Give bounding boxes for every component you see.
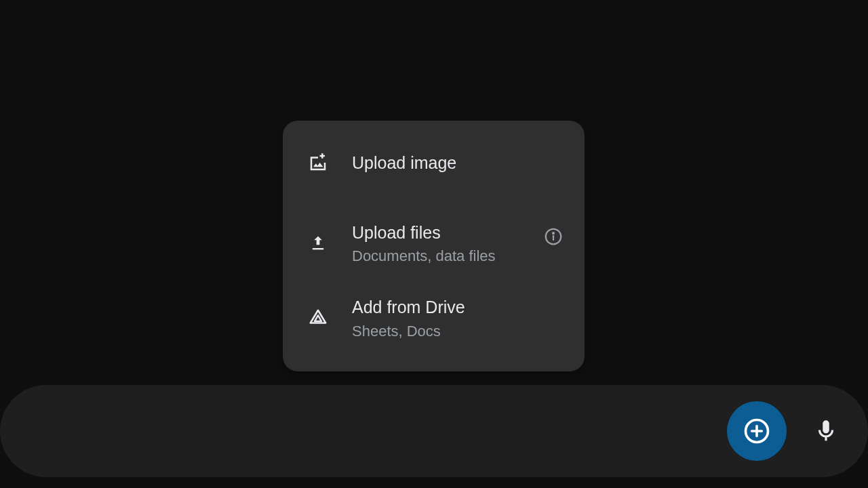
add-button[interactable]: [727, 401, 787, 461]
upload-menu-popup: Upload image Upload files Documents, dat…: [283, 121, 585, 371]
input-bar[interactable]: [0, 385, 868, 477]
info-icon[interactable]: [542, 226, 564, 247]
svg-point-2: [553, 232, 554, 234]
upload-image-item[interactable]: Upload image: [283, 141, 585, 185]
upload-icon: [307, 232, 329, 254]
add-from-drive-item[interactable]: Add from Drive Sheets, Docs: [283, 285, 585, 351]
menu-item-subtitle: Documents, data files: [352, 247, 560, 265]
mic-button[interactable]: [810, 415, 842, 447]
menu-item-title: Add from Drive: [352, 296, 560, 319]
drive-icon: [307, 307, 329, 329]
menu-item-title: Upload image: [352, 152, 560, 174]
upload-files-item[interactable]: Upload files Documents, data files: [283, 211, 585, 277]
image-add-icon: [307, 152, 329, 174]
menu-item-subtitle: Sheets, Docs: [352, 323, 560, 340]
menu-item-title: Upload files: [352, 222, 560, 244]
